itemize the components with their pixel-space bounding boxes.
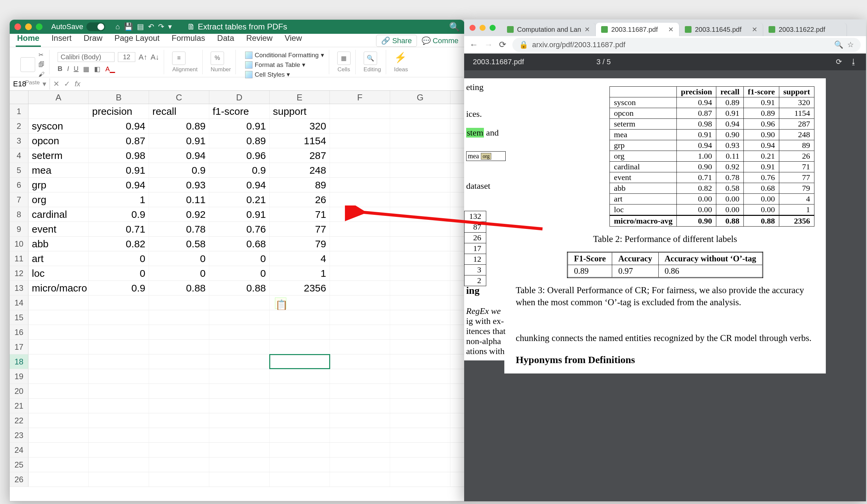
cut-icon[interactable]: ✂ [39, 51, 44, 58]
table-row[interactable]: 25 [10, 458, 464, 472]
cell[interactable] [89, 443, 149, 457]
cell[interactable] [209, 398, 270, 413]
cell[interactable] [209, 354, 270, 369]
cell[interactable] [330, 251, 390, 266]
cell[interactable] [270, 413, 330, 428]
cell[interactable]: 0.76 [209, 222, 270, 236]
row-header[interactable]: 25 [10, 458, 29, 472]
cell[interactable] [390, 266, 450, 281]
paste-options-icon[interactable]: 📋 [275, 297, 286, 309]
cell[interactable]: 4 [270, 251, 330, 266]
font-color-icon[interactable]: A▁ [105, 65, 115, 73]
row-header[interactable]: 15 [10, 310, 29, 325]
cell[interactable] [29, 384, 89, 398]
cell[interactable] [29, 296, 89, 310]
table-row[interactable]: 10 abb 0.82 0.58 0.68 79 [10, 237, 464, 251]
row-header[interactable]: 13 [10, 281, 29, 295]
cell[interactable] [390, 281, 450, 295]
search-icon[interactable]: 🔍 [449, 22, 460, 32]
cell[interactable] [390, 428, 450, 442]
tab-insert[interactable]: Insert [50, 32, 73, 47]
cell[interactable] [270, 340, 330, 354]
cell[interactable] [330, 119, 390, 133]
cell[interactable] [149, 384, 209, 398]
cell[interactable]: 0.94 [89, 119, 149, 133]
row-header[interactable]: 19 [10, 369, 29, 384]
cell[interactable]: 0.82 [89, 237, 149, 251]
cell[interactable] [330, 133, 390, 148]
col-D[interactable]: D [209, 91, 270, 104]
table-row[interactable]: 12 loc 0 0 0 1 [10, 266, 464, 281]
browser-tab[interactable]: Computation and Lan ✕ [502, 23, 596, 36]
cell[interactable]: f1-score [209, 104, 270, 119]
close-tab-icon[interactable]: ✕ [752, 25, 758, 33]
row-header[interactable]: 20 [10, 384, 29, 398]
cell[interactable] [330, 296, 390, 310]
cell[interactable]: event [29, 222, 89, 236]
table-row[interactable]: 4 seterm 0.98 0.94 0.96 287 [10, 148, 464, 163]
star-icon[interactable]: ☆ [847, 41, 854, 49]
cell[interactable] [390, 325, 450, 339]
cell[interactable] [390, 193, 450, 207]
tab-page-layout[interactable]: Page Layout [113, 32, 161, 47]
close-icon[interactable] [14, 23, 21, 30]
cell[interactable]: recall [149, 104, 209, 119]
table-row[interactable]: 24 [10, 443, 464, 458]
cell[interactable] [149, 340, 209, 354]
cell[interactable] [29, 325, 89, 339]
underline-button[interactable]: U [74, 65, 78, 73]
row-header[interactable]: 14 [10, 296, 29, 310]
row-header[interactable]: 1 [10, 104, 29, 119]
row-header[interactable]: 26 [10, 472, 29, 486]
cell[interactable]: 287 [270, 148, 330, 163]
cell[interactable] [330, 266, 390, 281]
cell[interactable] [330, 281, 390, 295]
col-C[interactable]: C [149, 91, 209, 104]
cell[interactable]: 77 [270, 222, 330, 236]
cell[interactable] [270, 398, 330, 413]
tab-draw[interactable]: Draw [82, 32, 104, 47]
cell[interactable]: 0.9 [89, 281, 149, 295]
cell[interactable] [390, 119, 450, 133]
format-as-table-button[interactable]: Format as Table ▾ [245, 61, 324, 69]
cell[interactable] [390, 369, 450, 384]
cells-icon[interactable]: ▦ [337, 52, 351, 65]
cell[interactable] [330, 472, 390, 486]
cell[interactable]: 0.96 [209, 148, 270, 163]
decrease-font-icon[interactable]: A↓ [151, 53, 159, 62]
cell[interactable]: 0.91 [149, 133, 209, 148]
cell[interactable] [390, 133, 450, 148]
cell[interactable] [149, 296, 209, 310]
browser-tab[interactable]: 2003.11645.pdf ✕ [679, 23, 763, 36]
cell[interactable] [149, 310, 209, 325]
table-row[interactable]: 22 [10, 413, 464, 428]
cell[interactable] [330, 310, 390, 325]
cell[interactable]: 1154 [270, 133, 330, 148]
row-header[interactable]: 5 [10, 163, 29, 177]
row-header[interactable]: 4 [10, 148, 29, 163]
select-all-corner[interactable] [10, 91, 29, 104]
cell[interactable] [209, 413, 270, 428]
cell[interactable]: 0.94 [209, 178, 270, 192]
col-G[interactable]: G [390, 91, 450, 104]
cell[interactable] [209, 340, 270, 354]
cell[interactable]: 79 [270, 237, 330, 251]
cell[interactable] [330, 428, 390, 442]
paste-icon[interactable] [20, 57, 35, 72]
cell[interactable]: 0.88 [149, 281, 209, 295]
table-row[interactable]: 18 [10, 354, 464, 369]
cell[interactable]: 2356 [270, 281, 330, 295]
row-header[interactable]: 24 [10, 443, 29, 457]
row-header[interactable]: 9 [10, 222, 29, 236]
row-header[interactable]: 6 [10, 178, 29, 192]
cell[interactable]: 0.58 [149, 237, 209, 251]
copy-icon[interactable]: 🗐 [39, 61, 44, 68]
percent-icon[interactable]: % [211, 52, 224, 65]
table-row[interactable]: 20 [10, 384, 464, 398]
cell[interactable]: 320 [270, 119, 330, 133]
cell[interactable] [390, 163, 450, 177]
table-row[interactable]: 13 micro/macro 0.9 0.88 0.88 2356 [10, 281, 464, 296]
row-header[interactable]: 10 [10, 237, 29, 251]
cell[interactable]: support [270, 104, 330, 119]
cell[interactable]: 0.89 [209, 133, 270, 148]
